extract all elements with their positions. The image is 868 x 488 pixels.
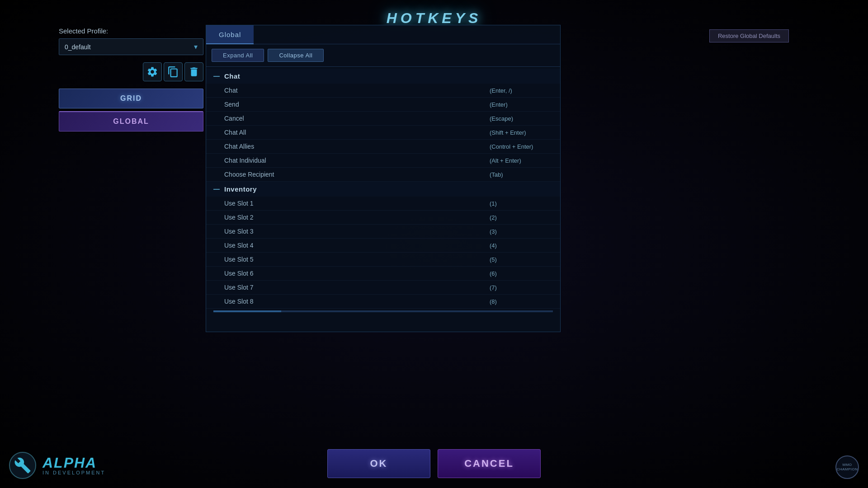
hotkey-use-slot-5-key: (5) bbox=[490, 256, 553, 263]
brand-sub-label: IN DEVELOPMENT bbox=[42, 470, 105, 475]
hotkey-use-slot-5[interactable]: Use Slot 5 (5) bbox=[206, 253, 560, 267]
hotkey-use-slot-4-key: (4) bbox=[490, 242, 553, 249]
hotkey-use-slot-1-name: Use Slot 1 bbox=[224, 200, 490, 207]
collapse-all-button[interactable]: Collapse All bbox=[268, 49, 324, 62]
hotkey-chat-name: Chat bbox=[224, 87, 490, 94]
profile-delete-icon-button[interactable] bbox=[184, 62, 203, 81]
toolbar: Expand All Collapse All bbox=[206, 44, 560, 67]
page-title: HOTKEYS bbox=[387, 10, 482, 27]
expand-all-button[interactable]: Expand All bbox=[212, 49, 264, 62]
hotkey-cancel-name: Cancel bbox=[224, 115, 490, 122]
hotkey-choose-recipient-name: Choose Recipient bbox=[224, 171, 490, 178]
hotkey-use-slot-7-name: Use Slot 7 bbox=[224, 284, 490, 291]
hotkey-chat-key: (Enter, /) bbox=[490, 87, 553, 94]
hotkey-use-slot-1-key: (1) bbox=[490, 200, 553, 207]
brand-icon bbox=[9, 452, 36, 479]
hotkey-send[interactable]: Send (Enter) bbox=[206, 98, 560, 112]
hotkey-cancel[interactable]: Cancel (Escape) bbox=[206, 112, 560, 126]
profile-dropdown-value: 0_default bbox=[65, 43, 91, 51]
hotkey-use-slot-5-name: Use Slot 5 bbox=[224, 256, 490, 263]
hotkey-send-key: (Enter) bbox=[490, 101, 553, 108]
hotkey-chat-all-key: (Shift + Enter) bbox=[490, 129, 553, 136]
hotkey-use-slot-4[interactable]: Use Slot 4 (4) bbox=[206, 239, 560, 253]
hotkey-send-name: Send bbox=[224, 101, 490, 108]
chevron-down-icon: ▾ bbox=[194, 42, 198, 51]
mmo-badge: MMOCHAMPION bbox=[835, 455, 859, 479]
hotkey-choose-recipient[interactable]: Choose Recipient (Tab) bbox=[206, 168, 560, 182]
mmo-champion-logo: MMOCHAMPION bbox=[835, 455, 859, 479]
category-chat-label: Chat bbox=[224, 72, 240, 80]
hotkey-chat-individual[interactable]: Chat Individual (Alt + Enter) bbox=[206, 154, 560, 168]
hotkey-chat-all-name: Chat All bbox=[224, 129, 490, 136]
category-inventory-label: Inventory bbox=[224, 185, 257, 193]
branding: ALPHA IN DEVELOPMENT bbox=[9, 452, 105, 479]
hotkey-chat-individual-name: Chat Individual bbox=[224, 157, 490, 164]
hotkey-chat-individual-key: (Alt + Enter) bbox=[490, 157, 553, 164]
hotkey-use-slot-7-key: (7) bbox=[490, 284, 553, 291]
hotkey-use-slot-4-name: Use Slot 4 bbox=[224, 242, 490, 249]
hotkey-use-slot-2-key: (2) bbox=[490, 214, 553, 221]
collapse-inventory-dash-icon bbox=[213, 189, 220, 190]
hotkey-chat-allies-key: (Control + Enter) bbox=[490, 143, 553, 150]
hotkey-use-slot-6-name: Use Slot 6 bbox=[224, 270, 490, 277]
hotkey-cancel-key: (Escape) bbox=[490, 115, 553, 122]
hotkey-chat[interactable]: Chat (Enter, /) bbox=[206, 84, 560, 98]
restore-global-defaults-button[interactable]: Restore Global Defaults bbox=[709, 29, 789, 42]
hotkey-use-slot-8[interactable]: Use Slot 8 (8) bbox=[206, 295, 560, 309]
hotkey-chat-all[interactable]: Chat All (Shift + Enter) bbox=[206, 126, 560, 140]
brand-text: ALPHA IN DEVELOPMENT bbox=[42, 455, 105, 475]
hotkey-use-slot-6-key: (6) bbox=[490, 270, 553, 277]
hotkey-use-slot-3-key: (3) bbox=[490, 228, 553, 235]
bottom-buttons: OK CANCEL bbox=[327, 449, 541, 478]
ok-button[interactable]: OK bbox=[327, 449, 430, 478]
hotkey-use-slot-3[interactable]: Use Slot 3 (3) bbox=[206, 225, 560, 239]
profile-dropdown[interactable]: 0_default ▾ bbox=[59, 38, 203, 55]
category-chat[interactable]: Chat bbox=[206, 69, 560, 84]
hotkey-use-slot-7[interactable]: Use Slot 7 (7) bbox=[206, 281, 560, 295]
global-nav-button[interactable]: GLOBAL bbox=[59, 111, 203, 131]
hotkey-use-slot-2[interactable]: Use Slot 2 (2) bbox=[206, 211, 560, 225]
hotkey-use-slot-3-name: Use Slot 3 bbox=[224, 228, 490, 235]
profile-copy-icon-button[interactable] bbox=[164, 62, 183, 81]
hotkey-chat-allies-name: Chat Allies bbox=[224, 143, 490, 150]
left-panel: Selected Profile: 0_default ▾ GRID GLOBA… bbox=[59, 27, 203, 134]
hotkey-use-slot-6[interactable]: Use Slot 6 (6) bbox=[206, 267, 560, 281]
category-inventory[interactable]: Inventory bbox=[206, 182, 560, 197]
collapse-dash-icon bbox=[213, 76, 220, 77]
tab-row: Global bbox=[206, 25, 560, 44]
grid-nav-button[interactable]: GRID bbox=[59, 89, 203, 108]
hotkey-choose-recipient-key: (Tab) bbox=[490, 171, 553, 178]
hotkey-use-slot-8-name: Use Slot 8 bbox=[224, 298, 490, 305]
profile-settings-icon-button[interactable] bbox=[143, 62, 162, 81]
main-panel: Global Expand All Collapse All Chat Chat… bbox=[206, 25, 561, 332]
brand-alpha-label: ALPHA bbox=[42, 455, 105, 470]
hotkeys-list: Chat Chat (Enter, /) Send (Enter) Cancel… bbox=[206, 67, 560, 333]
hotkey-chat-allies[interactable]: Chat Allies (Control + Enter) bbox=[206, 140, 560, 154]
hotkey-use-slot-8-key: (8) bbox=[490, 298, 553, 305]
hotkey-use-slot-2-name: Use Slot 2 bbox=[224, 214, 490, 221]
tab-global[interactable]: Global bbox=[206, 25, 254, 44]
icon-buttons-row bbox=[59, 62, 203, 81]
cancel-button[interactable]: CANCEL bbox=[438, 449, 541, 478]
selected-profile-label: Selected Profile: bbox=[59, 27, 203, 35]
hotkey-use-slot-1[interactable]: Use Slot 1 (1) bbox=[206, 197, 560, 211]
tab-spacer bbox=[254, 25, 560, 44]
